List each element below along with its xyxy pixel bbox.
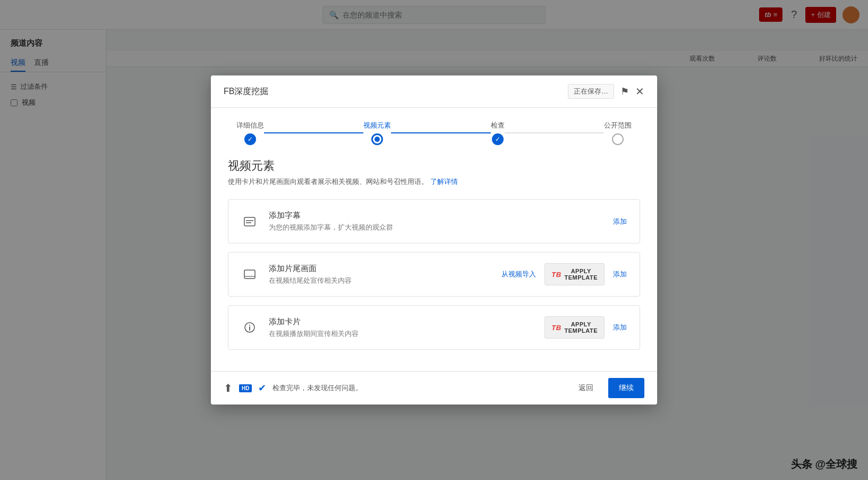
close-icon: ✕ — [635, 86, 644, 97]
endscreen-title: 添加片尾画面 — [269, 264, 491, 274]
hd-badge: HD — [239, 384, 252, 392]
step-details-circle: ✓ — [244, 133, 256, 145]
connector-1 — [264, 132, 363, 133]
cards-add-button[interactable]: 添加 — [613, 323, 627, 332]
endscreen-icon — [241, 268, 258, 281]
card-subtitle: 添加字幕 为您的视频添加字幕，扩大视频的观众群 添加 — [228, 199, 640, 243]
section-desc-text: 使用卡片和片尾画面向观看者展示相关视频、网站和号召性用语。 — [228, 178, 428, 186]
section-title: 视频元素 — [228, 158, 640, 174]
step-elements: 视频元素 — [363, 121, 391, 145]
footer-check-status: 检查完毕，未发现任何问题。 — [273, 383, 362, 393]
card-info-icon — [241, 321, 258, 334]
step-check-label: 检查 — [491, 121, 505, 130]
flag-icon: ⚑ — [620, 86, 629, 97]
continue-button[interactable]: 继续 — [608, 378, 644, 398]
modal-header: FB深度挖掘 正在保存… ⚑ ✕ — [211, 75, 657, 108]
back-button[interactable]: 返回 — [570, 379, 602, 397]
card-template-label: APPLYTEMPLATE — [565, 321, 598, 334]
learn-more-link[interactable]: 了解详情 — [430, 178, 458, 186]
step-visibility: 公开范围 — [604, 121, 632, 145]
subtitle-actions: 添加 — [613, 217, 627, 226]
endscreen-template-label: APPLYTEMPLATE — [565, 268, 598, 281]
subtitle-title: 添加字幕 — [269, 210, 602, 221]
check-icon: ✔ — [258, 382, 266, 394]
modal-header-right: 正在保存… ⚑ ✕ — [568, 84, 644, 99]
subtitle-add-button[interactable]: 添加 — [613, 217, 627, 226]
cards-desc: 在视频播放期间宣传相关内容 — [269, 329, 534, 339]
connector-2 — [391, 132, 490, 133]
flag-button[interactable]: ⚑ — [620, 86, 629, 97]
close-button[interactable]: ✕ — [635, 86, 644, 97]
step-visibility-label: 公开范围 — [604, 121, 632, 130]
endscreen-apply-template-button[interactable]: tb APPLYTEMPLATE — [544, 263, 605, 285]
modal-body: 视频元素 使用卡片和片尾画面向观看者展示相关视频、网站和号召性用语。 了解详情 … — [211, 145, 657, 371]
save-status: 正在保存… — [568, 84, 614, 99]
subtitle-content: 添加字幕 为您的视频添加字幕，扩大视频的观众群 — [269, 210, 602, 232]
step-details: 详细信息 ✓ — [236, 121, 264, 145]
step-check-circle: ✓ — [492, 133, 504, 145]
subtitle-icon — [241, 215, 258, 228]
endscreen-desc: 在视频结尾处宣传相关内容 — [269, 276, 491, 285]
step-elements-label: 视频元素 — [363, 121, 391, 130]
card-endscreen: 添加片尾画面 在视频结尾处宣传相关内容 从视频导入 tb APPLYTEMPLA… — [228, 252, 640, 297]
endscreen-content: 添加片尾画面 在视频结尾处宣传相关内容 — [269, 264, 491, 285]
step-visibility-circle — [612, 133, 624, 145]
modal-footer: ⬆ HD ✔ 检查完毕，未发现任何问题。 返回 继续 — [211, 371, 657, 405]
section-desc: 使用卡片和片尾画面向观看者展示相关视频、网站和号召性用语。 了解详情 — [228, 177, 640, 187]
cards-actions: tb APPLYTEMPLATE 添加 — [544, 316, 627, 339]
modal-title: FB深度挖掘 — [224, 86, 268, 97]
subtitle-desc: 为您的视频添加字幕，扩大视频的观众群 — [269, 223, 602, 232]
card-template-brand-icon: tb — [551, 324, 561, 332]
connector-3 — [505, 132, 604, 133]
import-from-video-button[interactable]: 从视频导入 — [501, 270, 536, 279]
modal-overlay: FB深度挖掘 正在保存… ⚑ ✕ 详细信息 ✓ 视频元素 — [0, 0, 868, 480]
step-elements-circle — [371, 133, 383, 145]
cards-content: 添加卡片 在视频播放期间宣传相关内容 — [269, 317, 534, 339]
footer-right: 返回 继续 — [570, 378, 644, 398]
footer-left: ⬆ HD ✔ 检查完毕，未发现任何问题。 — [224, 382, 362, 394]
endscreen-add-button[interactable]: 添加 — [613, 270, 627, 279]
svg-point-7 — [249, 325, 250, 326]
endscreen-actions: 从视频导入 tb APPLYTEMPLATE 添加 — [501, 263, 627, 285]
upload-icon: ⬆ — [224, 382, 233, 394]
svg-rect-0 — [244, 217, 255, 226]
card-cards: 添加卡片 在视频播放期间宣传相关内容 tb APPLYTEMPLATE 添加 — [228, 305, 640, 350]
modal-dialog: FB深度挖掘 正在保存… ⚑ ✕ 详细信息 ✓ 视频元素 — [211, 75, 657, 405]
stepper: 详细信息 ✓ 视频元素 检查 ✓ 公开范围 — [211, 108, 657, 145]
cards-title: 添加卡片 — [269, 317, 534, 327]
card-apply-template-button[interactable]: tb APPLYTEMPLATE — [544, 316, 605, 339]
step-details-label: 详细信息 — [236, 121, 264, 130]
svg-rect-3 — [244, 270, 255, 279]
endscreen-template-brand-icon: tb — [551, 271, 561, 279]
step-check: 检查 ✓ — [491, 121, 505, 145]
